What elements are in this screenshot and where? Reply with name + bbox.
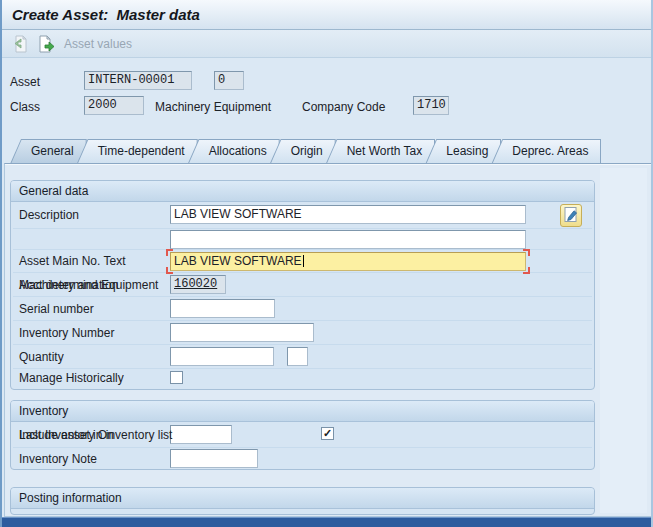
acct-determination-field[interactable]: 160020 [170,275,226,294]
asset-subnumber-field[interactable]: 0 [214,71,244,90]
include-asset-checkbox[interactable]: ✓ [321,427,334,440]
acct-determination-description-text: Machinery and Equipment [19,278,158,292]
inventory-note-label: Inventory Note [19,452,97,466]
class-label: Class [10,100,40,114]
asset-main-no-text-label: Asset Main No. Text [19,254,126,268]
description-line2-field[interactable] [170,230,526,249]
posting-information-section-title: Posting information [11,488,594,509]
manage-historically-label: Manage Historically [19,371,124,385]
sap-window: Create Asset: Master data Asset val [0,0,653,527]
asset-values-button[interactable]: Asset values [64,30,132,58]
panel-right-margin [600,168,647,513]
tab-general[interactable]: General [10,139,87,164]
page-title: Create Asset: Master data [12,0,200,29]
checkmark-icon: ✓ [323,427,332,439]
quantity-label: Quantity [19,350,64,364]
description-field[interactable]: LAB VIEW SOFTWARE [170,205,526,224]
inventory-section-title: Inventory [11,401,594,422]
document-arrow-right-icon [36,42,56,57]
serial-number-field[interactable] [170,299,275,318]
tab-allocations[interactable]: Allocations [188,139,280,164]
include-asset-label: Include asset in inventory list [19,428,172,442]
tab-strip: General Time-dependent Allocations Origi… [10,139,601,164]
text-cursor [303,255,304,267]
serial-number-label: Serial number [19,302,94,316]
inventory-note-field[interactable] [170,449,258,468]
tab-net-worth-tax[interactable]: Net Worth Tax [326,139,436,164]
tab-deprec-areas[interactable]: Deprec. Areas [491,139,601,164]
inventory-groupbox: Inventory Last Inventory On ✓ Include as… [10,400,595,470]
tab-leasing[interactable]: Leasing [425,139,501,164]
next-asset-button[interactable] [35,33,57,55]
edit-note-icon [562,212,580,227]
asset-class-field[interactable]: 2000 [84,96,144,115]
company-code-field[interactable]: 1710 [413,96,449,115]
window-title-bar: Create Asset: Master data [2,0,651,30]
quantity-field[interactable] [170,347,274,366]
window-bottom-edge [2,517,651,527]
quantity-unit-field[interactable] [287,347,308,366]
previous-asset-button[interactable] [9,33,31,55]
tab-time-dependent[interactable]: Time-dependent [77,139,198,164]
general-data-groupbox: General data Description LAB VIEW SOFTWA… [10,180,595,390]
company-code-label: Company Code [302,100,385,114]
class-description-text: Machinery Equipment [155,100,271,114]
long-text-edit-button[interactable] [560,204,582,227]
description-label: Description [19,208,79,222]
manage-historically-checkbox[interactable] [170,371,183,384]
application-toolbar: Asset values [2,30,651,58]
document-arrow-left-icon [10,42,30,57]
asset-number-field[interactable]: INTERN-00001 [84,71,192,90]
general-data-section-title: General data [11,181,594,202]
inventory-number-field[interactable] [170,323,314,342]
posting-information-groupbox: Posting information [10,487,595,515]
inventory-number-label: Inventory Number [19,326,114,340]
asset-main-no-text-field[interactable]: LAB VIEW SOFTWARE [170,252,526,271]
last-inventory-on-field[interactable] [170,425,232,444]
focused-field-frame: LAB VIEW SOFTWARE [166,249,530,274]
asset-label: Asset [10,75,40,89]
